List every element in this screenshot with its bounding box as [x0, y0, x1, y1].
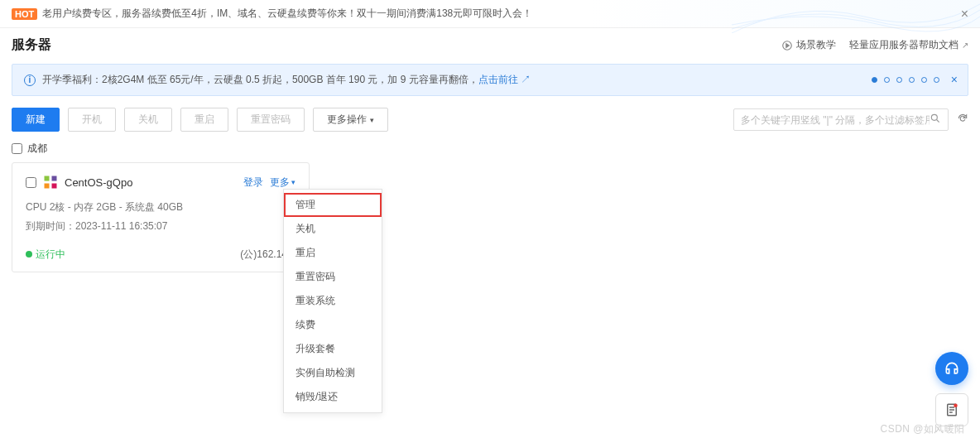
card-body: CPU 2核 - 内存 2GB - 系统盘 40GB 到期时间：2023-11-… — [26, 198, 295, 236]
instance-card: CentOS-gQpo 登录 更多 ▾ CPU 2核 - 内存 2GB - 系统… — [12, 162, 310, 272]
promo-link[interactable]: 点击前往 ↗ — [478, 74, 531, 85]
card-actions: 登录 更多 ▾ — [243, 176, 295, 190]
external-link-icon: ↗ — [521, 74, 531, 85]
menu-item-1[interactable]: 关机 — [284, 217, 382, 241]
dot-2[interactable] — [884, 77, 890, 83]
menu-item-3[interactable]: 重置密码 — [284, 265, 382, 289]
svg-rect-5 — [45, 184, 50, 189]
menu-item-4[interactable]: 重装系统 — [284, 289, 382, 313]
play-circle-icon — [781, 40, 793, 51]
help-doc-link[interactable]: 轻量应用服务器帮助文档 ↗ — [849, 38, 968, 52]
page-title: 服务器 — [12, 36, 51, 54]
watermark: CSDN @如风暖阳 — [880, 422, 965, 436]
more-dropdown-menu: 管理关机重启重置密码重装系统续费升级套餐实例自助检测销毁/退还 — [283, 189, 382, 413]
more-dropdown[interactable]: 更多 ▾ — [270, 176, 295, 190]
header-links: 场景教学 轻量应用服务器帮助文档 ↗ — [781, 38, 968, 52]
feedback-fab[interactable] — [935, 393, 968, 426]
reset-password-button: 重置密码 — [237, 108, 305, 132]
menu-item-2[interactable]: 重启 — [284, 241, 382, 265]
search-icon[interactable] — [930, 113, 941, 127]
external-link-icon: ↗ — [962, 41, 968, 50]
page-header: 服务器 场景教学 轻量应用服务器帮助文档 ↗ — [0, 28, 980, 64]
card-header: CentOS-gQpo 登录 更多 ▾ — [26, 175, 295, 190]
instance-checkbox[interactable] — [26, 177, 36, 188]
region-checkbox[interactable] — [12, 143, 22, 154]
carousel-dots[interactable] — [872, 77, 939, 83]
shutdown-button: 关机 — [124, 108, 172, 132]
svg-rect-6 — [52, 184, 57, 189]
search-box[interactable] — [733, 108, 949, 131]
svg-point-1 — [931, 114, 937, 120]
promo-strip: i 开学季福利：2核2G4M 低至 65元/年，云硬盘 0.5 折起，500GB… — [12, 64, 968, 96]
dot-1[interactable] — [872, 77, 877, 83]
more-actions-dropdown[interactable]: 更多操作▾ — [313, 108, 388, 132]
region-row: 成都 — [12, 142, 968, 156]
top-banner-text: 老用户续费专区，服务器续费低至4折，IM、域名、云硬盘续费等你来！双十一期间消费… — [42, 7, 532, 21]
menu-item-6[interactable]: 升级套餐 — [284, 337, 382, 361]
headset-icon — [944, 360, 960, 377]
promo-right: × — [872, 73, 958, 86]
menu-item-5[interactable]: 续费 — [284, 313, 382, 337]
tutorial-link[interactable]: 场景教学 — [781, 38, 836, 52]
dot-5[interactable] — [921, 77, 927, 83]
menu-item-8[interactable]: 销毁/退还 — [284, 385, 382, 409]
new-button[interactable]: 新建 — [12, 108, 60, 132]
menu-item-7[interactable]: 实例自助检测 — [284, 361, 382, 385]
search-input[interactable] — [741, 114, 930, 126]
centos-icon — [43, 175, 58, 190]
chevron-down-icon: ▾ — [291, 178, 295, 186]
promo-text: 开学季福利：2核2G4M 低至 65元/年，云硬盘 0.5 折起，500GB 首… — [42, 73, 531, 87]
svg-point-11 — [954, 404, 958, 408]
instance-status: 运行中 — [26, 248, 65, 262]
hot-badge: HOT — [12, 8, 37, 20]
promo-top-banner: HOT 老用户续费专区，服务器续费低至4折，IM、域名、云硬盘续费等你来！双十一… — [0, 0, 980, 28]
refresh-icon[interactable] — [957, 113, 968, 127]
restart-button: 重启 — [180, 108, 228, 132]
dot-6[interactable] — [934, 77, 939, 83]
svg-rect-3 — [45, 176, 50, 181]
menu-item-0[interactable]: 管理 — [284, 193, 382, 217]
info-icon: i — [24, 75, 36, 86]
support-fab[interactable] — [935, 352, 968, 385]
svg-rect-4 — [52, 176, 57, 181]
svg-line-2 — [937, 120, 939, 123]
toolbar: 新建 开机 关机 重启 重置密码 更多操作▾ — [12, 108, 968, 132]
instance-name[interactable]: CentOS-gQpo — [65, 176, 132, 189]
dot-3[interactable] — [896, 77, 902, 83]
dot-4[interactable] — [909, 77, 915, 83]
promo-close-icon[interactable]: × — [951, 73, 958, 86]
top-banner-close-icon[interactable]: × — [961, 7, 968, 22]
instance-spec: CPU 2核 - 内存 2GB - 系统盘 40GB — [26, 198, 295, 217]
chevron-down-icon: ▾ — [370, 116, 374, 124]
region-name: 成都 — [27, 142, 47, 156]
card-footer: 运行中 (公)162.14.7 — [26, 248, 295, 262]
status-dot-icon — [26, 251, 32, 258]
document-icon — [944, 402, 959, 417]
floating-buttons — [935, 352, 968, 426]
start-button: 开机 — [68, 108, 116, 132]
instance-expire: 到期时间：2023-11-11 16:35:07 — [26, 217, 295, 236]
login-link[interactable]: 登录 — [243, 176, 263, 190]
